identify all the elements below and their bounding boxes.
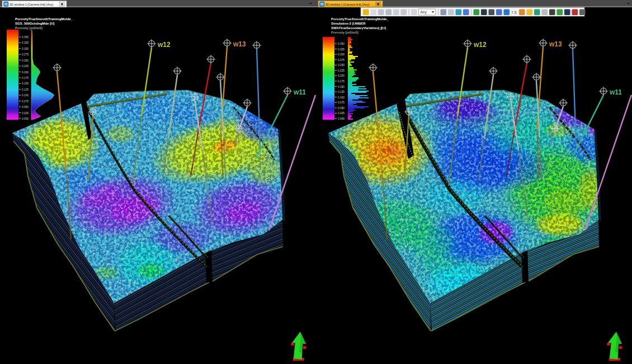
svg-text:w13: w13 xyxy=(233,40,246,48)
svg-text:0.150: 0.150 xyxy=(338,86,345,88)
svg-text:0.250: 0.250 xyxy=(338,64,345,67)
svg-text:0.225: 0.225 xyxy=(22,65,29,68)
svg-text:0.075: 0.075 xyxy=(338,101,345,104)
svg-text:0.350: 0.350 xyxy=(22,36,29,39)
svg-text:7.5: 7.5 xyxy=(511,11,517,15)
svg-text:0.275: 0.275 xyxy=(338,59,345,62)
svg-text:SGS_500OctsIngMde [U]: SGS_500OctsIngMde [U] xyxy=(15,22,54,25)
svg-text:w11: w11 xyxy=(293,88,306,96)
svg-text:0.100: 0.100 xyxy=(22,94,29,97)
svg-text:Simulation-2 [UMBER: Simulation-2 [UMBER xyxy=(331,22,366,25)
svg-text:SWAFlowSecondaryVariables[,][U: SWAFlowSecondaryVariables[,][U] xyxy=(331,26,386,30)
svg-text:0.125: 0.125 xyxy=(338,91,345,93)
svg-text:w13: w13 xyxy=(549,40,562,48)
svg-text:Porosity [m3/m3]: Porosity [m3/m3] xyxy=(331,31,359,34)
svg-text:0.100: 0.100 xyxy=(338,96,345,99)
svg-text:0.200: 0.200 xyxy=(338,74,345,77)
svg-text:0.275: 0.275 xyxy=(22,53,29,56)
svg-text:w12: w12 xyxy=(157,41,171,49)
svg-text:0.050: 0.050 xyxy=(22,106,29,108)
svg-text:0.000: 0.000 xyxy=(338,117,345,120)
svg-text:0.225: 0.225 xyxy=(338,69,345,72)
svg-text:0.300: 0.300 xyxy=(338,53,345,56)
svg-text:0.325: 0.325 xyxy=(338,48,345,51)
svg-text:0.150: 0.150 xyxy=(22,82,29,85)
svg-text:0.350: 0.350 xyxy=(338,42,345,45)
svg-text:w11: w11 xyxy=(609,88,622,96)
svg-text:Porosity [m3/m3]: Porosity [m3/m3] xyxy=(15,26,43,30)
svg-text:3D window 1 [Camera link] (An: 3D window 1 [Camera link] (Any) xyxy=(326,3,370,6)
svg-text:0.125: 0.125 xyxy=(22,88,29,91)
svg-text:0.175: 0.175 xyxy=(22,77,29,79)
svg-text:0.250: 0.250 xyxy=(22,59,29,62)
svg-text:0.025: 0.025 xyxy=(338,112,345,115)
svg-text:0.200: 0.200 xyxy=(22,71,29,74)
svg-text:0.000: 0.000 xyxy=(22,117,29,120)
svg-text:0.025: 0.025 xyxy=(22,112,29,115)
svg-text:0.325: 0.325 xyxy=(22,41,29,44)
svg-text:3D window 1 [Camera link] (An: 3D window 1 [Camera link] (Any) xyxy=(10,3,54,6)
svg-text:PorosityTrueSmoothTrainingMold: PorosityTrueSmoothTrainingMolde_ xyxy=(331,17,389,21)
svg-text:0.050: 0.050 xyxy=(338,107,345,110)
svg-text:Any: Any xyxy=(421,10,427,15)
svg-text:PorosityTrueSmoothTrainingMold: PorosityTrueSmoothTrainingMolde_ xyxy=(15,17,73,21)
svg-text:0.075: 0.075 xyxy=(22,100,29,103)
svg-text:0.300: 0.300 xyxy=(22,48,29,50)
svg-text:0.175: 0.175 xyxy=(338,80,345,83)
svg-text:w12: w12 xyxy=(473,41,487,49)
